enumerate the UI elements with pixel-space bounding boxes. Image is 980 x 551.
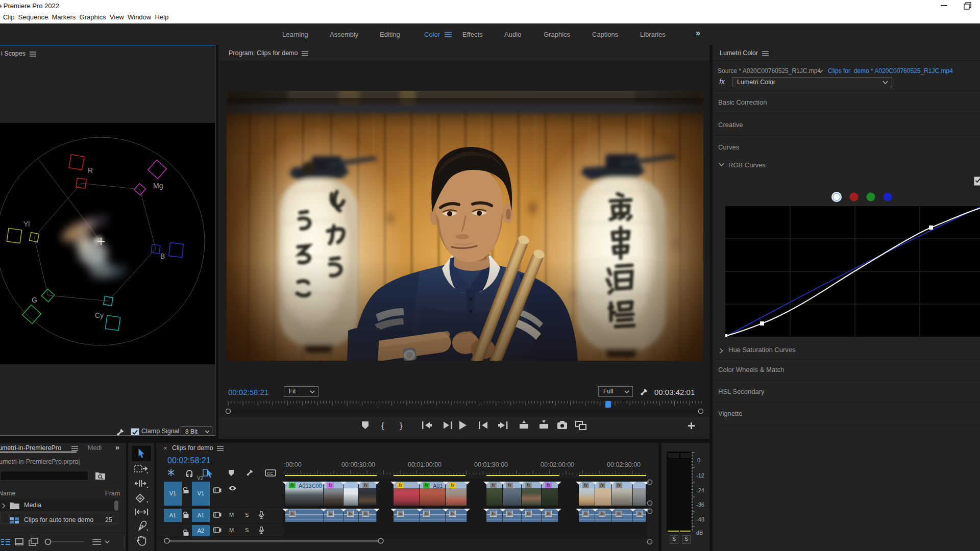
svg-text:}: } xyxy=(400,421,403,431)
svg-text:B: B xyxy=(160,252,165,260)
svg-text:Cy: Cy xyxy=(95,311,104,319)
svg-text:G: G xyxy=(32,296,37,304)
svg-text:Mg: Mg xyxy=(153,182,163,190)
svg-text:Yl: Yl xyxy=(23,220,30,228)
svg-text:R: R xyxy=(88,166,93,174)
svg-text:{: { xyxy=(381,421,384,431)
svg-text:CC: CC xyxy=(267,471,273,476)
